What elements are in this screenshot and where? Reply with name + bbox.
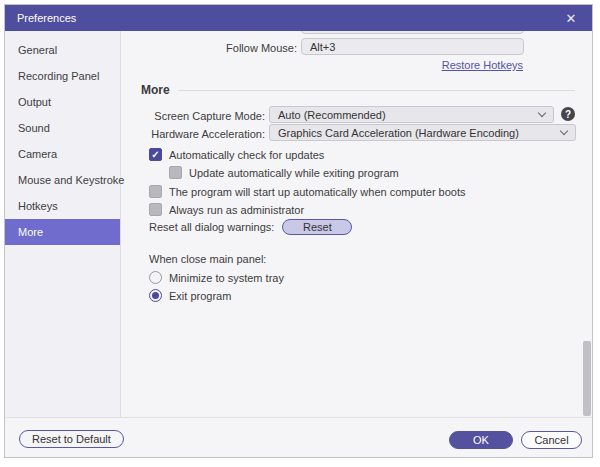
restore-hotkeys-link[interactable]: Restore Hotkeys [442,59,523,71]
hotkey-input-partial[interactable] [301,31,524,34]
more-section-header: More [141,83,575,97]
chevron-down-icon [538,109,546,117]
sidebar-item-hotkeys[interactable]: Hotkeys [5,193,120,219]
radio-exit-program[interactable]: Exit program [149,289,231,302]
follow-mouse-input[interactable] [301,38,524,55]
sidebar-item-recording-panel[interactable]: Recording Panel [5,63,120,89]
follow-mouse-label: Follow Mouse: [121,42,297,54]
close-icon[interactable]: ✕ [562,11,580,26]
checkbox-update-while-exiting[interactable]: ✓ Update automatically while exiting pro… [169,166,399,179]
ok-button[interactable]: OK [449,431,513,449]
reset-warnings-row: Reset all dialog warnings: Reset [149,219,352,235]
sidebar-item-general[interactable]: General [5,37,120,63]
preferences-dialog: Preferences ✕ General Recording Panel Ou… [4,4,593,458]
radio-label: Minimize to system tray [169,272,284,284]
reset-to-default-button[interactable]: Reset to Default [19,430,124,448]
sidebar: General Recording Panel Output Sound Cam… [5,31,121,417]
close-panel-label: When close main panel: [149,253,266,265]
checkbox-startup-on-boot[interactable]: ✓ The program will start up automaticall… [149,185,466,198]
hardware-acceleration-label: Hardware Acceleration: [121,128,265,140]
footer-bar: Reset to Default OK Cancel [5,417,592,457]
checkbox-label: Automatically check for updates [169,149,324,161]
sidebar-item-sound[interactable]: Sound [5,115,120,141]
checkbox-auto-check-updates[interactable]: ✓ Automatically check for updates [149,148,324,161]
scrollbar-thumb[interactable] [583,341,591,416]
chevron-down-icon [560,127,568,135]
checkbox-icon[interactable]: ✓ [149,203,162,216]
sidebar-item-more[interactable]: More [5,219,120,245]
close-panel-label-row: When close main panel: [149,253,266,265]
screen-capture-mode-select[interactable]: Auto (Recommended) [269,106,554,123]
scrollbar-track[interactable] [581,31,592,417]
reset-warnings-button[interactable]: Reset [282,219,352,235]
content-panel: Follow Mouse: Restore Hotkeys More Scree… [121,31,592,417]
checkbox-icon[interactable]: ✓ [149,148,162,161]
checkbox-icon[interactable]: ✓ [169,166,182,179]
checkbox-run-as-administrator[interactable]: ✓ Always run as administrator [149,203,304,216]
section-divider [178,90,575,91]
checkbox-label: Always run as administrator [169,204,304,216]
screen-capture-mode-value: Auto (Recommended) [278,109,386,121]
screen-capture-mode-label: Screen Capture Mode: [121,110,265,122]
more-section-title: More [141,83,170,97]
hardware-acceleration-value: Graphics Card Acceleration (Hardware Enc… [278,127,519,139]
radio-icon[interactable] [149,289,162,302]
sidebar-item-mouse-keystroke[interactable]: Mouse and Keystroke [5,167,120,193]
help-icon[interactable]: ? [561,107,575,121]
checkbox-label: The program will start up automatically … [169,186,466,198]
hardware-acceleration-select[interactable]: Graphics Card Acceleration (Hardware Enc… [269,124,576,141]
reset-warnings-label: Reset all dialog warnings: [149,221,274,233]
sidebar-item-camera[interactable]: Camera [5,141,120,167]
sidebar-item-output[interactable]: Output [5,89,120,115]
title-bar: Preferences ✕ [5,5,592,31]
cancel-button[interactable]: Cancel [521,431,582,449]
radio-minimize-to-tray[interactable]: Minimize to system tray [149,271,284,284]
checkbox-label: Update automatically while exiting progr… [189,167,399,179]
dialog-title: Preferences [17,12,76,24]
radio-label: Exit program [169,290,231,302]
radio-icon[interactable] [149,271,162,284]
checkbox-icon[interactable]: ✓ [149,185,162,198]
